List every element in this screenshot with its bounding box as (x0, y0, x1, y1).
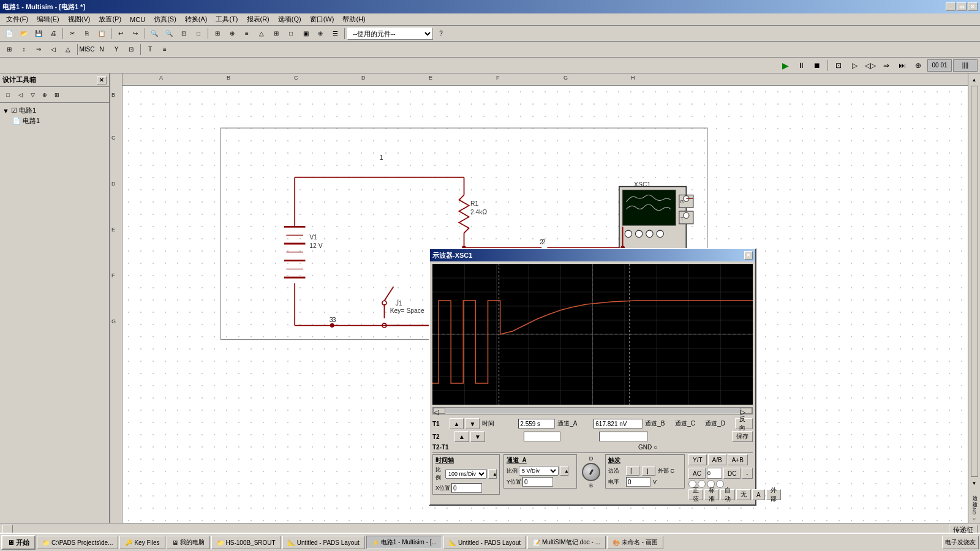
ac-val-input[interactable] (707, 468, 722, 479)
da-knob[interactable] (582, 463, 600, 481)
none-btn[interactable]: 无 (736, 489, 751, 500)
sine-btn[interactable]: 正弦 (688, 489, 703, 500)
tb2-btn9[interactable]: ⊡ (124, 43, 138, 56)
y-pos-input[interactable] (522, 477, 553, 487)
sim-pause-button[interactable]: ⏸ (794, 59, 808, 72)
scroll-left-btn[interactable]: ◁ (433, 408, 445, 414)
ac-btn[interactable]: AC (688, 468, 706, 479)
minimize-button[interactable]: _ (946, 2, 956, 11)
title-bar-buttons[interactable]: _ ▭ ✕ (946, 2, 978, 11)
place-button2[interactable]: ⊕ (225, 27, 239, 40)
save-button[interactable]: 💾 (32, 27, 45, 40)
taskbar-hs100b[interactable]: 📁 HS-100B_SROUT (211, 536, 281, 549)
t2-time-input[interactable] (524, 432, 560, 441)
sim-btn3[interactable]: ◁▷ (864, 59, 877, 72)
menu-tools[interactable]: 工具(T) (212, 13, 241, 25)
panel-close[interactable]: ✕ (97, 76, 107, 84)
tb2-btn6[interactable]: MISC (80, 43, 94, 56)
menu-mcu[interactable]: MCU (126, 15, 149, 24)
ch-a-scale-select[interactable]: 5 V/Div (519, 466, 559, 476)
trigger-edge-down[interactable]: ⌋ (642, 466, 655, 476)
zoom-area-button[interactable]: □ (192, 27, 205, 40)
zoom-fit-button[interactable]: ⊡ (177, 27, 190, 40)
tb2-btn3[interactable]: ⇒ (32, 43, 45, 56)
place-button6[interactable]: □ (284, 27, 298, 40)
menu-window[interactable]: 窗口(W) (306, 13, 338, 25)
menu-file[interactable]: 文件(F) (2, 13, 32, 25)
reverse-btn[interactable]: 反向 (735, 418, 753, 429)
menu-options[interactable]: 选项(Q) (274, 13, 305, 25)
taskbar-multisim[interactable]: ⚡ 电路1 - Multisim - [... (366, 536, 442, 549)
tree-checkbox[interactable]: ☑ (11, 107, 17, 114)
trigger-edge-up[interactable]: ⌈ (626, 466, 639, 476)
t1-down-btn[interactable]: ▼ (465, 418, 480, 429)
ext2-btn[interactable]: 外部 (766, 489, 781, 500)
menu-sim[interactable]: 仿真(S) (150, 13, 180, 25)
osc-close-button[interactable]: ✕ (744, 251, 753, 260)
menu-report[interactable]: 报表(R) (243, 13, 273, 25)
print-button[interactable]: 🖨 (47, 27, 60, 40)
dc-minus-btn[interactable]: - (742, 468, 752, 479)
zoom-out-button[interactable]: 🔍 (162, 27, 176, 40)
tb2-btn5[interactable]: △ (61, 43, 75, 56)
place-button7[interactable]: ▣ (299, 27, 312, 40)
t1-cha-input[interactable] (594, 419, 643, 429)
tb2-btn7[interactable]: N (95, 43, 108, 56)
x-pos-input[interactable] (451, 483, 482, 493)
norm-btn[interactable]: 标准 (704, 489, 719, 500)
copy-button[interactable]: ⎘ (80, 27, 94, 40)
tree-child[interactable]: 📄 电路1 (2, 116, 107, 126)
save-btn[interactable]: 保存 (732, 431, 753, 442)
sim-run-button[interactable]: ▶ (778, 59, 792, 72)
tree-btn2[interactable]: ◁ (15, 89, 26, 100)
time-scale-up[interactable]: ▲ (488, 469, 497, 479)
component-dropdown[interactable]: --使用的元件-- (347, 28, 433, 40)
menu-edit[interactable]: 编辑(E) (33, 13, 63, 25)
menu-help[interactable]: 帮助(H) (339, 13, 369, 25)
right-label3[interactable]: GND ○ (971, 504, 977, 522)
t2-cha-input[interactable] (599, 432, 648, 441)
place-button3[interactable]: ≡ (240, 27, 254, 40)
tb2-btn8[interactable]: Y (110, 43, 123, 56)
sim-btn6[interactable]: ⊕ (911, 59, 925, 72)
level-input[interactable] (626, 477, 650, 487)
sim-stop-button[interactable]: ⏹ (810, 59, 824, 72)
t1-time-input[interactable] (518, 419, 555, 429)
tree-btn5[interactable]: ⊞ (51, 89, 62, 100)
tree-btn4[interactable]: ⊕ (39, 89, 50, 100)
tree-btn3[interactable]: ▽ (27, 89, 38, 100)
open-button[interactable]: 📂 (17, 27, 31, 40)
a-btn[interactable]: A (752, 489, 765, 500)
sim-btn1[interactable]: ⊡ (832, 59, 845, 72)
paste-button[interactable]: 📋 (95, 27, 108, 40)
taskbar-pads-layout2[interactable]: 📐 Untitled - PADS Layout (443, 536, 526, 549)
sim-btn2[interactable]: ▷ (848, 59, 861, 72)
place-button9[interactable]: ☰ (328, 27, 342, 40)
t2-up-btn[interactable]: ▲ (454, 431, 469, 442)
ch-a-scale-up[interactable]: ▲ (560, 466, 568, 476)
tree-btn1[interactable]: □ (2, 89, 13, 100)
help-button[interactable]: ? (434, 27, 448, 40)
time-scale-select[interactable]: 100 ms/Div (445, 469, 487, 479)
osc-title-bar[interactable]: 示波器-XSC1 ✕ (430, 249, 755, 261)
right-btn2[interactable]: ▼ (970, 478, 979, 488)
right-btn1[interactable]: ▲ (970, 75, 979, 84)
tb2-btn4[interactable]: ◁ (47, 43, 60, 56)
radio4[interactable] (716, 480, 724, 488)
place-button8[interactable]: ⊕ (314, 27, 327, 40)
taskbar-pads-layout1[interactable]: 📐 Untitled - PADS Layout (282, 536, 365, 549)
undo-button[interactable]: ↩ (114, 27, 127, 40)
menu-place[interactable]: 放置(P) (95, 13, 125, 25)
taskbar-mycomputer[interactable]: 🖥 我的电脑 (167, 536, 210, 549)
redo-button[interactable]: ↪ (129, 27, 142, 40)
scroll-right-btn[interactable]: ▷ (740, 408, 752, 414)
taskbar-multisim-notes[interactable]: 📝 MultiSIM笔记.doc - ... (527, 536, 606, 549)
taskbar-paint[interactable]: 🎨 未命名 - 画图 (607, 536, 663, 549)
menu-view[interactable]: 视图(V) (64, 13, 94, 25)
t2-down-btn[interactable]: ▼ (470, 431, 485, 442)
ab-btn[interactable]: A/B (708, 454, 726, 465)
apb-btn[interactable]: A+B (728, 454, 748, 465)
cut-button[interactable]: ✂ (66, 27, 79, 40)
menu-convert[interactable]: 转换(A) (181, 13, 211, 25)
place-button1[interactable]: ⊞ (211, 27, 224, 40)
